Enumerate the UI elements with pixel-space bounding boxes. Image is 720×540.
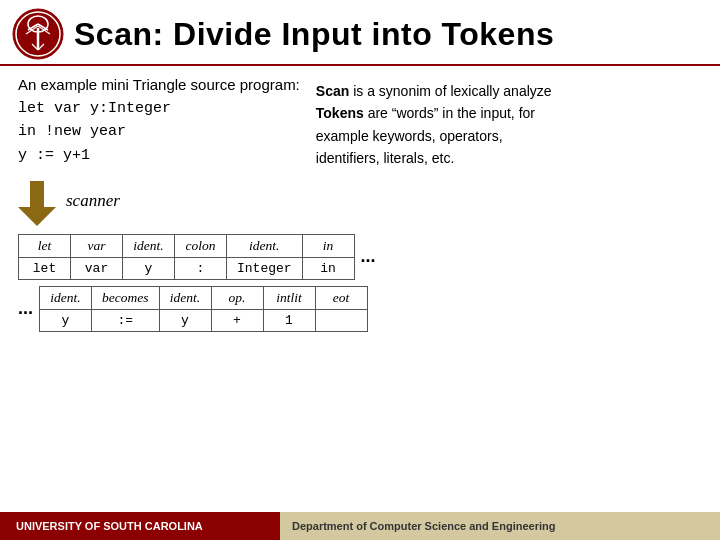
info-line-4: identifiers, literals, etc. xyxy=(316,147,552,169)
scanner-label: scanner xyxy=(66,181,120,211)
bottom-token-table: ident. becomes ident. op. intlit eot y :… xyxy=(39,286,367,332)
bot-h-4: intlit xyxy=(263,286,315,309)
bot-h-3: op. xyxy=(211,286,263,309)
svg-rect-10 xyxy=(30,181,44,209)
top-token-table: let var ident. colon ident. in let var y… xyxy=(18,234,355,280)
top-v-3: : xyxy=(175,257,227,279)
top-v-5: in xyxy=(302,257,354,279)
top-h-0: let xyxy=(19,234,71,257)
top-v-2: y xyxy=(123,257,175,279)
bot-h-0: ident. xyxy=(40,286,92,309)
footer-right: Department of Computer Science and Engin… xyxy=(280,512,720,540)
code-line-2: in !new year xyxy=(18,120,171,143)
info-line-2-rest: are “words” in the input, for xyxy=(364,105,535,121)
svg-marker-11 xyxy=(18,207,56,226)
tokens-bold: Tokens xyxy=(316,105,364,121)
bottom-ellipsis-left: ... xyxy=(18,298,33,319)
bot-v-5 xyxy=(315,309,367,331)
scanner-section: scanner xyxy=(18,181,702,226)
bot-v-0: y xyxy=(40,309,92,331)
footer: UNIVERSITY OF SOUTH CAROLINA Department … xyxy=(0,512,720,540)
main-content: An example mini Triangle source program:… xyxy=(0,66,720,332)
code-block: let var y:Integer in !new year y := y+1 xyxy=(18,97,171,167)
code-line-3: y := y+1 xyxy=(18,144,171,167)
info-line-2: Tokens are “words” in the input, for xyxy=(316,102,552,124)
top-v-0: let xyxy=(19,257,71,279)
bottom-table-wrap: ... ident. becomes ident. op. intlit eot… xyxy=(18,286,702,332)
bottom-header-row: ident. becomes ident. op. intlit eot xyxy=(40,286,367,309)
info-line-1-rest: is a synonim of lexically analyze xyxy=(349,83,551,99)
bot-h-2: ident. xyxy=(159,286,211,309)
bot-v-1: := xyxy=(92,309,159,331)
code-line-1: let var y:Integer xyxy=(18,97,171,120)
bot-v-3: + xyxy=(211,309,263,331)
usc-logo xyxy=(12,8,64,60)
tables-section: let var ident. colon ident. in let var y… xyxy=(18,234,702,332)
page-title: Scan: Divide Input into Tokens xyxy=(74,16,554,53)
top-h-2: ident. xyxy=(123,234,175,257)
info-line-1: Scan is a synonim of lexically analyze xyxy=(316,80,552,102)
info-box: Scan is a synonim of lexically analyze T… xyxy=(316,80,552,170)
top-h-3: colon xyxy=(175,234,227,257)
bot-h-5: eot xyxy=(315,286,367,309)
top-h-1: var xyxy=(71,234,123,257)
top-h-5: in xyxy=(302,234,354,257)
top-v-1: var xyxy=(71,257,123,279)
bot-v-4: 1 xyxy=(263,309,315,331)
subtitle: An example mini Triangle source program: xyxy=(18,76,300,93)
info-line-3: example keywords, operators, xyxy=(316,125,552,147)
header: Scan: Divide Input into Tokens xyxy=(0,0,720,66)
bottom-value-row: y := y + 1 xyxy=(40,309,367,331)
top-v-4: Integer xyxy=(227,257,303,279)
arrow-down-icon xyxy=(18,181,56,226)
top-table-wrap: let var ident. colon ident. in let var y… xyxy=(18,234,702,280)
scan-bold: Scan xyxy=(316,83,349,99)
bot-h-1: becomes xyxy=(92,286,159,309)
top-header-row: let var ident. colon ident. in xyxy=(19,234,355,257)
top-value-row: let var y : Integer in xyxy=(19,257,355,279)
bot-v-2: y xyxy=(159,309,211,331)
top-ellipsis: ... xyxy=(361,246,376,267)
footer-left: UNIVERSITY OF SOUTH CAROLINA xyxy=(0,512,280,540)
top-h-4: ident. xyxy=(227,234,303,257)
